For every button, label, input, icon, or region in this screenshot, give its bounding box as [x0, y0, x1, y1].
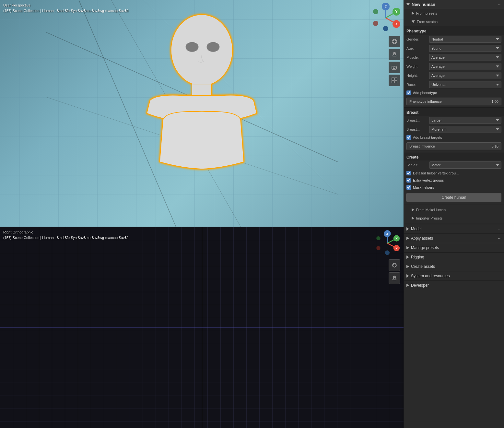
mask-helpers-checkbox[interactable] — [406, 185, 411, 190]
manage-presets-icon — [406, 246, 409, 249]
create-assets-icon — [406, 265, 409, 268]
from-scratch-label: From scratch — [417, 20, 438, 24]
new-human-dots[interactable]: ··· — [498, 2, 501, 7]
viewport-bottom-gizmo: Z X Y — [374, 230, 400, 256]
model-icon — [406, 227, 409, 231]
weight-select[interactable]: Average None Maximum — [429, 63, 501, 70]
phenotype-influence-value: 1.00 — [492, 100, 498, 103]
rigging-item[interactable]: Rigging — [404, 252, 504, 262]
from-scratch-row[interactable]: From scratch — [406, 19, 501, 25]
muscle-select[interactable]: Average None Maximum — [429, 54, 501, 61]
viewport-bottom[interactable]: Right Orthographic (157) Scene Collectio… — [0, 227, 404, 428]
age-label: Age: — [406, 46, 429, 50]
svg-point-42 — [385, 250, 390, 255]
svg-text:Z: Z — [385, 5, 387, 9]
new-human-expand-icon[interactable] — [406, 3, 410, 6]
scale-select[interactable]: Meter Decimeter Centimeter — [429, 161, 501, 169]
svg-line-48 — [393, 266, 394, 267]
importer-presets-icon — [412, 217, 414, 220]
create-human-button[interactable]: Create human — [406, 193, 501, 202]
age-row: Age: Young Old Middle Age — [404, 44, 504, 53]
new-human-title: New human — [412, 2, 498, 7]
from-presets-section: From presets — [404, 9, 504, 18]
extra-vertex-row: Extra vertex groups — [404, 177, 504, 184]
apply-assets-item[interactable]: Apply assets ··· — [404, 233, 504, 243]
breast-size-select[interactable]: Larger Normal Small — [429, 117, 501, 124]
zoom-icon[interactable] — [389, 36, 400, 47]
svg-line-49 — [395, 266, 396, 267]
grid-icon[interactable] — [389, 75, 400, 86]
svg-rect-29 — [392, 78, 394, 80]
svg-line-24 — [393, 42, 394, 43]
developer-label: Developer — [411, 283, 501, 288]
viewport-top-controls — [389, 36, 400, 86]
breast-firm-select[interactable]: More firm Normal Less firm — [429, 126, 501, 133]
phenotype-influence-row: Phenotype influence 1.00 — [404, 96, 504, 107]
svg-line-1 — [111, 0, 240, 227]
viewport-top[interactable]: User Perspective (157) Scene Collection … — [0, 0, 404, 227]
height-select[interactable]: Average Short Tall — [429, 72, 501, 79]
svg-text:X: X — [395, 246, 398, 250]
from-makehuman-row[interactable]: From MakeHuman — [406, 207, 501, 213]
breast-size-row: Breast... Larger Normal Small — [404, 116, 504, 125]
phenotype-influence-btn[interactable]: Phenotype influence 1.00 — [406, 98, 501, 105]
hand-bottom-icon[interactable] — [389, 272, 400, 284]
weight-label: Weight: — [406, 65, 429, 68]
model-dots: ··· — [498, 227, 501, 231]
system-resources-item[interactable]: System and resources — [404, 271, 504, 280]
extra-vertex-label[interactable]: Extra vertex groups — [413, 178, 444, 182]
svg-line-22 — [393, 40, 394, 41]
svg-rect-6 — [192, 84, 212, 101]
importer-presets-row[interactable]: Importer Presets — [406, 215, 501, 221]
breast-section-title: Breast — [404, 108, 504, 116]
manage-presets-item[interactable]: Manage presets — [404, 243, 504, 252]
zoom-bottom-icon[interactable] — [389, 259, 400, 271]
race-select[interactable]: Universal African Asian European — [429, 81, 501, 88]
right-panel: New human ··· From presets From scratch … — [404, 0, 504, 428]
add-breast-targets-label[interactable]: Add breast targets — [413, 136, 442, 139]
gender-select[interactable]: Neutral Male Female — [429, 36, 501, 43]
breast-influence-label: Breast influence — [409, 144, 435, 148]
model-label: Model — [411, 227, 498, 231]
apply-assets-label: Apply assets — [411, 236, 498, 241]
from-makehuman-icon — [412, 208, 414, 211]
svg-line-2 — [46, 32, 338, 162]
detailed-helper-label[interactable]: Detailed helper vertex grou... — [413, 171, 459, 175]
from-scratch-icon — [412, 20, 415, 23]
camera-icon[interactable] — [389, 62, 400, 73]
svg-text:Y: Y — [395, 10, 398, 14]
create-title: Create — [406, 155, 418, 160]
extra-vertex-checkbox[interactable] — [406, 178, 411, 183]
add-phenotype-label[interactable]: Add phenotype — [413, 91, 437, 95]
developer-item[interactable]: Developer — [404, 280, 504, 290]
muscle-label: Muscle: — [406, 55, 429, 59]
phenotype-title: Phenotype — [406, 29, 426, 33]
manage-presets-label: Manage presets — [411, 245, 501, 250]
viewport-bottom-controls — [389, 259, 400, 284]
svg-line-47 — [395, 264, 396, 265]
age-select[interactable]: Young Old Middle Age — [429, 45, 501, 52]
height-row: Height: Average Short Tall — [404, 71, 504, 80]
svg-text:Z: Z — [386, 232, 388, 235]
svg-point-44 — [376, 246, 380, 250]
add-breast-targets-checkbox[interactable] — [406, 135, 411, 140]
detailed-helper-checkbox[interactable] — [406, 171, 411, 175]
add-phenotype-checkbox[interactable] — [406, 90, 411, 95]
svg-point-5 — [171, 15, 233, 86]
system-resources-label: System and resources — [411, 274, 501, 278]
breast-title: Breast — [406, 110, 418, 115]
model-item[interactable]: Model ··· — [404, 224, 504, 233]
create-assets-item[interactable]: Create assets — [404, 262, 504, 271]
from-presets-row[interactable]: From presets — [406, 10, 501, 16]
race-label: Race: — [406, 83, 429, 87]
hand-icon[interactable] — [389, 49, 400, 60]
mask-helpers-label[interactable]: Mask helpers — [413, 185, 434, 189]
breast-firm-row: Breast... More firm Normal Less firm — [404, 125, 504, 134]
system-resources-icon — [406, 274, 409, 278]
new-human-header: New human ··· — [404, 0, 504, 9]
svg-line-0 — [79, 0, 176, 227]
mask-helpers-row: Mask helpers — [404, 184, 504, 191]
breast-influence-btn[interactable]: Breast influence 0.10 — [406, 142, 501, 150]
phenotype-influence-label: Phenotype influence — [409, 100, 442, 103]
race-row: Race: Universal African Asian European — [404, 80, 504, 89]
